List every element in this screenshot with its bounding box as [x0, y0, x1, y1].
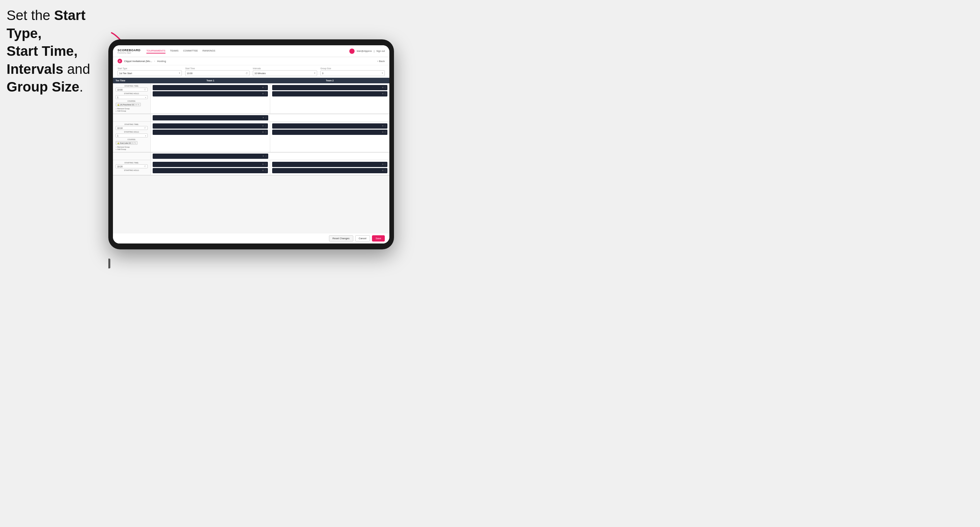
tablet-frame: SCOREBOARD Powered by clippd TOURNAMENTS… [108, 40, 394, 249]
course-edit-1[interactable]: ✎ [138, 103, 139, 106]
team2-col-1: ✕ □ ✕ □ [270, 83, 390, 114]
player-controls: ✕ □ [382, 92, 386, 95]
course-remove-2[interactable]: ✕ [132, 142, 134, 144]
starting-time-input-1[interactable]: 10:00 ⏱ [116, 87, 148, 92]
hole-arrow-2: ▾ [145, 135, 146, 137]
hole-arrow-1: ▾ [145, 96, 146, 98]
group-2-extra-sidebar [113, 152, 151, 160]
player-edit-icon[interactable]: □ [385, 131, 386, 133]
starting-hole-label-3: STARTING HOLE: [116, 169, 148, 171]
player-x-icon[interactable]: ✕ [382, 86, 384, 89]
player-edit-icon[interactable]: □ [265, 131, 266, 133]
group-2-extra-team2 [270, 152, 390, 160]
player-edit-icon[interactable]: □ [265, 92, 266, 95]
player-edit-icon[interactable]: □ [265, 86, 266, 89]
player-edit-icon[interactable]: □ [385, 163, 386, 166]
nav-teams[interactable]: TEAMS [170, 49, 178, 54]
breadcrumb-tournament[interactable]: Clippd Invitational (Mo... [124, 60, 152, 63]
starting-time-input-2[interactable]: 10:10 ⏱ [116, 126, 148, 130]
course-name-1: (A) Peachtree GC [120, 104, 135, 106]
nav-rankings[interactable]: RANKINGS [202, 49, 215, 54]
starting-time-val-1: 10:00 [117, 89, 123, 91]
course-remove-1[interactable]: ✕ [135, 103, 137, 106]
course-label-2: COURSE: [116, 138, 148, 140]
reset-changes-button[interactable]: Reset Changes [329, 235, 353, 241]
save-button[interactable]: Save [372, 235, 385, 241]
player-x-icon[interactable]: ✕ [382, 169, 384, 172]
intervals-select[interactable]: 10 Minutes ▾ [253, 70, 317, 76]
player-edit-icon[interactable]: □ [265, 169, 266, 172]
player-x-icon[interactable]: ✕ [382, 125, 384, 127]
player-edit-icon[interactable]: □ [265, 155, 267, 157]
sign-out-link[interactable]: Sign out [376, 50, 385, 52]
player-controls: ✕ □ [262, 155, 267, 157]
start-type-arrow-icon: ▾ [179, 72, 180, 75]
player-x-icon[interactable]: ✕ [262, 163, 264, 166]
group-1-extra-sidebar [113, 114, 151, 121]
player-x-icon[interactable]: ✕ [262, 131, 264, 133]
group-size-select[interactable]: 3 ▾ [320, 70, 385, 76]
hole-val-2: 1 [117, 135, 119, 137]
player-row: ✕ □ [153, 162, 268, 167]
remove-group-2[interactable]: ○ Remove Group [116, 146, 148, 148]
bottom-action-bar: Reset Changes Cancel Save [113, 233, 389, 243]
add-group-2[interactable]: + Add Group [116, 148, 148, 150]
player-row: ✕ □ [153, 168, 268, 173]
start-type-value: 1st Tee Start [119, 72, 132, 75]
course-edit-2[interactable]: ✎ [134, 142, 136, 144]
add-group-1[interactable]: + Add Group [116, 110, 148, 112]
player-x-icon[interactable]: ✕ [262, 155, 264, 157]
player-edit-icon[interactable]: □ [385, 169, 386, 172]
group-size-label: Group Size [320, 67, 385, 70]
player-controls: ✕ □ [262, 86, 266, 89]
group-2-extra: ✕ □ [113, 152, 389, 160]
starting-hole-input-1[interactable]: 1 ▾ [116, 95, 148, 99]
intervals-group: Intervals 10 Minutes ▾ [253, 67, 317, 76]
player-row: ✕ □ [272, 162, 388, 167]
player-x-icon[interactable]: ✕ [382, 131, 384, 133]
nav-right: blair@clippd.io | Sign out [349, 49, 385, 54]
logo-area: SCOREBOARD Powered by clippd [118, 49, 140, 54]
team2-col-2: ✕ □ ✕ □ [270, 122, 390, 152]
back-button[interactable]: ‹ Back [377, 60, 385, 63]
group-1-extra-team1: ✕ □ [151, 114, 270, 121]
starting-time-val-3: 10:20 [117, 165, 123, 168]
player-x-icon[interactable]: ✕ [262, 92, 264, 95]
player-edit-icon[interactable]: □ [385, 125, 386, 127]
player-row: ✕ □ [153, 91, 268, 97]
nav-links: TOURNAMENTS TEAMS COMMITTEE RANKINGS [146, 49, 349, 54]
player-x-icon[interactable]: ✕ [382, 92, 384, 95]
player-x-icon[interactable]: ✕ [382, 163, 384, 166]
header-team2: Team 2 [270, 78, 390, 83]
starting-time-label-1: STARTING TIME: [116, 85, 148, 87]
starting-hole-input-2[interactable]: 1 ▾ [116, 133, 148, 138]
schedule-table: Tee Time Team 1 Team 2 STARTING TIME: 10… [113, 78, 389, 233]
nav-tournaments[interactable]: TOURNAMENTS [146, 49, 165, 54]
cancel-button[interactable]: Cancel [355, 235, 370, 241]
table-row: STARTING TIME: 10:10 ⏱ STARTING HOLE: 1 … [113, 122, 389, 152]
start-time-group: Start Time 10:00 ⏱ [185, 67, 250, 76]
player-edit-icon[interactable]: □ [385, 86, 386, 89]
player-x-icon[interactable]: ✕ [262, 86, 264, 89]
nav-bar: SCOREBOARD Powered by clippd TOURNAMENTS… [113, 45, 389, 57]
player-x-icon[interactable]: ✕ [262, 169, 264, 172]
start-type-select[interactable]: 1st Tee Start ▾ [118, 70, 182, 76]
team1-col-1: ✕ □ ✕ □ [151, 83, 270, 114]
start-time-select[interactable]: 10:00 ⏱ [185, 70, 250, 76]
player-row: ✕ □ [272, 168, 388, 173]
player-x-icon[interactable]: ✕ [262, 125, 264, 127]
clippd-logo-icon: C [118, 59, 122, 63]
player-controls: ✕ □ [382, 163, 386, 166]
player-edit-icon[interactable]: □ [265, 125, 266, 127]
logo-sub: Powered by clippd [118, 52, 140, 54]
player-edit-icon[interactable]: □ [385, 92, 386, 95]
group-1-sidebar: STARTING TIME: 10:00 ⏱ STARTING HOLE: 1 … [113, 83, 151, 114]
player-x-icon[interactable]: ✕ [262, 116, 264, 119]
team1-col-3: ✕ □ ✕ □ [151, 160, 270, 175]
player-edit-icon[interactable]: □ [265, 116, 267, 119]
starting-time-input-3[interactable]: 10:20 ⏱ [116, 164, 148, 168]
nav-committee[interactable]: COMMITTEE [183, 49, 198, 54]
player-edit-icon[interactable]: □ [265, 163, 266, 166]
remove-group-1[interactable]: ○ Remove Group [116, 108, 148, 110]
hole-val-1: 1 [117, 96, 119, 98]
